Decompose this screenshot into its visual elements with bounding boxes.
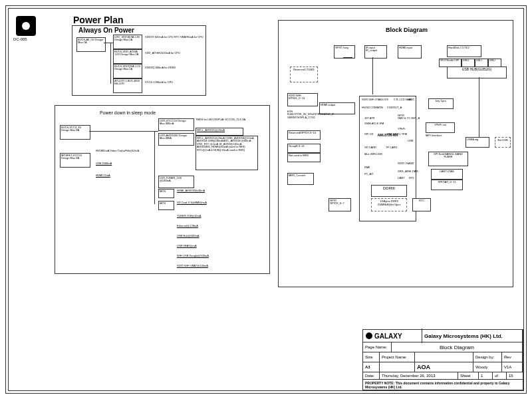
logo-text: GALAXY [374, 332, 402, 340]
buck-vddq-box: BUCK-VDDQ/3A 1.5V Design Max:2A [113, 64, 142, 78]
project-label: Project Name: [380, 352, 415, 362]
ddr-detail-box: 1GBytes DDR3 256MBx8@bit*4pcs [371, 198, 407, 211]
power-plan-title: Power Plan [73, 15, 123, 25]
property-note: PROPERTY NOTE: This document contains in… [363, 380, 523, 390]
size-label: Size [363, 352, 380, 362]
connector-label: DC-005 [13, 37, 27, 41]
mosfet-vcc5v-box: MOSFET-VCC5V Design Max:3A [60, 153, 90, 168]
usba-otg-box: USBA otg [466, 137, 489, 148]
ddr-box: DDRIII [371, 185, 407, 197]
title-block: GALAXY Galaxy Microsystems (HK) Ltd. Pag… [362, 329, 523, 390]
hdmi-filter-label: HV5805mA Video Out(w/Filter)62mA [96, 150, 153, 152]
tvp-box: Reserved/GPIOX 0~10 [287, 130, 321, 140]
dc-jack-icon [16, 16, 36, 36]
designby-label: Design by: [473, 352, 502, 362]
rev-label: Rev [502, 352, 523, 362]
hdmi-avdd33-label: HDMI_AVDD33@40mA [177, 190, 205, 192]
ldo-vdd18-box: LDO_VDD18/3A 1.8V Design Max:2A [113, 35, 142, 49]
hdmi-in-box: HDMI input [398, 45, 422, 59]
uart-jtag-box: UART/JTAG [431, 169, 463, 180]
size-value: A3 [363, 362, 380, 372]
key-box: key 1pcs [428, 98, 454, 109]
outputs-18v-box: HPLL_AVDD25@20mA CVBS_AVDD18@15mA AVDD18… [196, 136, 258, 170]
date-value: Thursday, December 26, 2013 [380, 372, 458, 380]
buck-a0-box: BUCK-A0_5V Design Max:2A [76, 37, 106, 52]
usb-label: USB 2000mA [96, 162, 112, 165]
gpioao-box: GPIOAO_0~11 [431, 180, 463, 190]
tcon-box: GroupB 0~41 [287, 144, 321, 153]
company-name: Galaxy Microsystems (HK) Ltd. [422, 329, 523, 342]
of-label: of [493, 372, 507, 380]
out3-label: VDDDQ:300mA for DDR3 [145, 66, 176, 69]
usbvbat-label: USB VBAT@mA [177, 245, 197, 247]
ldo-tuner18-box: LDO-TUNER_1V8 @530mA [158, 176, 194, 188]
out2-label: VDD_AO:EE2410mA for CPU [145, 52, 180, 55]
pagename-label: Page Name: [363, 342, 392, 352]
sdcard-label: SD Card X 3@8MB@mA [177, 201, 207, 204]
sdiowifi-label: SDIO WiFi VBAT@140mA [177, 265, 208, 267]
tmds-label: TMDS for LED DISPLAY KC7195_CLK 3A [196, 118, 255, 121]
harddisk-box: HardDisk 2.5"/3.5" [447, 45, 481, 57]
rtc-box: RTC [412, 198, 431, 211]
usbhub-label: USB Hub@500mA [177, 235, 199, 237]
project-value: AOA [415, 362, 473, 372]
mbg-box: MBG_Convert [287, 173, 314, 185]
out4-label: VCCK:1200mA for CPU [145, 81, 173, 84]
mos-box-2: MOS [158, 201, 174, 210]
hpll25-label: HPLL_AVDD25@20mA [196, 128, 243, 136]
logo-icon [366, 332, 372, 339]
hdmi21-label: HDMI 21mA [96, 174, 110, 177]
spi-io-box: SPi I/O Bundle 2 SPI [439, 59, 462, 67]
sheet-value: 1 [479, 372, 493, 380]
buck-vdd-ao-box: BUCK-VDD_AO/3A 1.0V Design Max:2A [113, 49, 142, 64]
gpio-7seg-box: GPIO 7seg [334, 45, 355, 59]
sleep-mode-title: Power down in sleep mode [100, 110, 156, 115]
designby-value: Woody [473, 362, 502, 372]
spi-nor-box: SPI Nor&NAND& iNAND FLASH [428, 152, 468, 166]
ir-box: IR input IR_output [364, 45, 387, 59]
ao-ldo-box: AO-LDO 1.8V/1.485V EE-LDO [113, 78, 142, 93]
wifi-sdio-box: SDIO WiFi EPSDL_0~14 [287, 93, 318, 106]
usb-hub-chip-box: USB HUB(GL852G) [447, 66, 507, 78]
reserved-box: Reserved LTU801 [290, 66, 318, 82]
tuner-2v8-label: TUNER 2V8@10mA [177, 215, 201, 217]
buck-vcc33-box: BUCK-VCC3_3V Design Max:3A [60, 125, 90, 140]
date-label: Date: [363, 372, 380, 380]
sheet-label: Sheet [458, 372, 479, 380]
ldo-vcc25-box: LDO-VCC2.5V Design Max:300mA [158, 118, 194, 131]
ldo-avdd18-box: LDO-AVDD18V Design Max:300A [158, 133, 194, 146]
sheet-of: 15 [507, 372, 523, 380]
wifiusb-label: WiFi USB Dongle@500mA [177, 255, 209, 257]
pagename-value: Block Diagram [392, 342, 523, 352]
rev-value: V1A [502, 362, 523, 372]
ethernet-label: Ethernet@128mA [177, 225, 198, 227]
ypbpr-box: YPbPr out [426, 122, 455, 133]
out1-label: VDD1O 320mA for CPU RTC VBAT80uA for CPU [145, 36, 203, 39]
gpio-out-box: GPIO GPIOX_0~7 [329, 198, 351, 211]
mos-box-1: MOS [158, 189, 174, 198]
block-diagram-title: Block Diagram [386, 27, 428, 33]
